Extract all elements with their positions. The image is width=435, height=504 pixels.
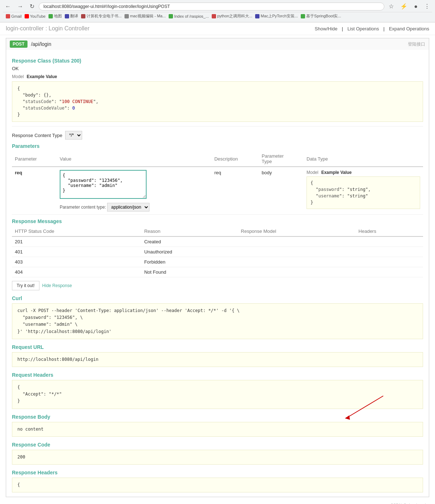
model-tabs: Model Example Value	[12, 74, 423, 79]
show-hide-link[interactable]: Show/Hide	[315, 26, 338, 31]
bookmark-button[interactable]: ☆	[387, 2, 396, 10]
param-name: req	[12, 167, 57, 215]
request-headers-section: Request Headers { "Accept": "*/*" }	[12, 372, 423, 409]
example-value-tab[interactable]: Example Value	[27, 74, 57, 79]
reload-button[interactable]: ↻	[28, 2, 37, 10]
bookmark-favicon	[48, 14, 53, 18]
bookmark-favicon	[212, 14, 216, 18]
param-data-type: Model Example Value { "password": "strin…	[304, 167, 423, 215]
param-col-parameter: Parameter	[12, 151, 57, 167]
param-content-type-select[interactable]: application/json	[107, 203, 149, 212]
bookmark-springboot[interactable]: 基于SpringBoot实...	[301, 13, 341, 19]
request-url-section: Request URL http://localhost:8080/api/lo…	[12, 344, 423, 367]
response-body-value: no content	[12, 422, 423, 437]
request-url-value: http://localhost:8080/api/login	[12, 352, 423, 367]
response-body-section: Response Body no content	[12, 414, 423, 437]
resp-row-403: 403 Forbidden	[12, 257, 423, 267]
resp-reason: Forbidden	[141, 257, 238, 267]
resp-col-model: Response Model	[238, 226, 356, 236]
curl-section: Curl curl -X POST --header 'Content-Type…	[12, 295, 423, 339]
bookmark-favicon	[6, 14, 10, 18]
param-col-description: Description	[211, 151, 259, 167]
endpoint-header: POST /api/login 登陆接口	[6, 38, 429, 50]
data-type-code: { "password": "string", "username": "str…	[307, 176, 420, 209]
bookmark-favicon	[169, 14, 173, 18]
curl-title: Curl	[12, 295, 423, 301]
response-code-title: Response Code	[12, 442, 423, 448]
bookmark-translate[interactable]: 翻译	[65, 13, 78, 19]
curl-code: curl -X POST --header 'Content-Type: app…	[12, 303, 423, 339]
response-class-code: { "body": {}, "statusCode": "100 CONTINU…	[12, 81, 423, 122]
swagger-header: login-controller : Login Controller Show…	[0, 22, 435, 35]
url-bar[interactable]: localhost:8080/swagger-ui.html#!/login-c…	[39, 3, 384, 10]
endpoint-description: 登陆接口	[408, 41, 425, 47]
response-status-text: OK	[12, 66, 423, 71]
param-value-cell: { "password": "123456", "username": "adm…	[57, 167, 211, 215]
browser-toolbar: ← → ↻ localhost:8080/swagger-ui.html#!/l…	[3, 2, 432, 10]
parameters-table: Parameter Value Description ParameterTyp…	[12, 151, 423, 215]
param-type: body	[259, 167, 304, 215]
swagger-header-links: Show/Hide | List Operations | Expand Ope…	[315, 26, 429, 31]
profile-button[interactable]: ●	[412, 3, 420, 10]
bookmark-raspios[interactable]: Index of /raspios_...	[169, 13, 209, 19]
response-headers-value: {	[12, 478, 423, 492]
param-col-datatype: Data Type	[304, 151, 423, 167]
response-content-type-row: Response Content Type */*	[12, 131, 423, 140]
endpoint-block: POST /api/login 登陆接口 Response Class (Sta…	[6, 38, 429, 497]
param-value-textarea[interactable]: { "password": "123456", "username": "adm…	[60, 170, 147, 199]
bookmark-favicon	[65, 14, 69, 18]
endpoint-path: /api/login	[31, 41, 51, 47]
back-button[interactable]: ←	[3, 3, 13, 10]
menu-button[interactable]: ⋮	[422, 2, 432, 10]
bookmark-map[interactable]: 地图	[48, 13, 62, 19]
dt-model-tab[interactable]: Model	[307, 170, 318, 175]
resp-reason: Not Found	[141, 267, 238, 277]
controller-name: login-controller	[6, 25, 44, 31]
dt-example-tab[interactable]: Example Value	[321, 170, 352, 175]
extensions-button[interactable]: ⚡	[398, 2, 410, 10]
forward-button[interactable]: →	[15, 3, 25, 10]
bookmarks-bar: Gmail YouTube 地图 翻译 计算机专业电子书... mac视频编辑 …	[3, 12, 432, 20]
resp-row-404: 404 Not Found	[12, 267, 423, 277]
bookmark-youtube[interactable]: YouTube	[25, 13, 46, 19]
swagger-title: login-controller : Login Controller	[6, 25, 89, 32]
swagger-container: login-controller : Login Controller Show…	[0, 22, 435, 504]
bookmark-favicon	[81, 14, 85, 18]
param-row-req: req { "password": "123456", "username": …	[12, 167, 423, 215]
bookmark-gmail[interactable]: Gmail	[6, 13, 22, 19]
hide-response-link[interactable]: Hide Response	[42, 283, 72, 288]
bookmark-favicon	[255, 14, 259, 18]
request-url-title: Request URL	[12, 344, 423, 350]
resp-reason: Unauthorized	[141, 247, 238, 257]
bookmark-cs-books[interactable]: 计算机专业电子书...	[81, 13, 122, 19]
param-description: req	[211, 167, 259, 215]
bookmark-mac-video[interactable]: mac视频编辑 - Ma...	[124, 13, 166, 19]
action-row: Try it out! Hide Response	[12, 281, 423, 290]
response-content-type-label: Response Content Type	[12, 133, 62, 138]
param-col-type: ParameterType	[259, 151, 304, 167]
request-headers-value: { "Accept": "*/*" }	[12, 380, 423, 409]
param-col-value: Value	[57, 151, 211, 167]
parameters-title: Parameters	[12, 143, 423, 149]
bookmark-pytorch[interactable]: Mac上PyTorch安装...	[255, 13, 298, 19]
browser-chrome: ← → ↻ localhost:8080/swagger-ui.html#!/l…	[0, 0, 435, 22]
footer-note: CSDN @picacho_pkq	[0, 500, 435, 504]
response-content-type-select[interactable]: */*	[65, 131, 82, 140]
controller-label: Login Controller	[48, 25, 89, 31]
resp-col-headers: Headers	[356, 226, 423, 236]
response-class-title: Response Class (Status 200)	[12, 58, 423, 64]
response-headers-title: Response Headers	[12, 470, 423, 475]
resp-col-reason: Reason	[141, 226, 238, 236]
content-type-label: Parameter content type:	[60, 205, 106, 210]
resp-code: 404	[12, 267, 141, 277]
model-tab[interactable]: Model	[12, 74, 24, 79]
expand-operations-link[interactable]: Expand Operations	[389, 26, 429, 31]
resp-col-code: HTTP Status Code	[12, 226, 141, 236]
response-messages-title: Response Messages	[12, 218, 423, 224]
resp-row-201: 201 Created	[12, 236, 423, 247]
list-operations-link[interactable]: List Operations	[347, 26, 379, 31]
endpoint-content: Response Class (Status 200) OK Model Exa…	[6, 50, 429, 497]
bookmark-favicon	[124, 14, 129, 18]
bookmark-python[interactable]: python之调用科大...	[212, 13, 252, 19]
try-it-out-button[interactable]: Try it out!	[12, 281, 39, 290]
